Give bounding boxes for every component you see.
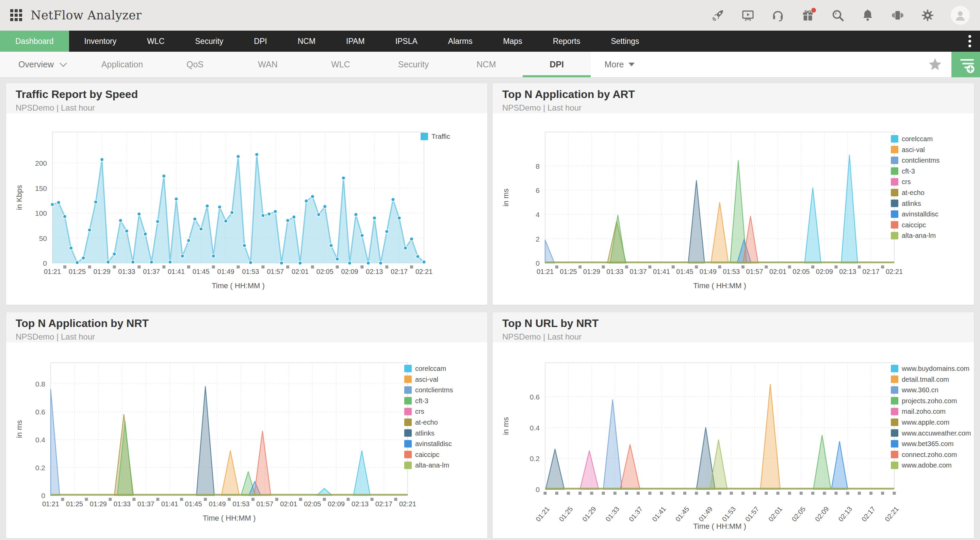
nav-item-alarms[interactable]: Alarms: [433, 30, 488, 52]
overview-dropdown[interactable]: Overview: [0, 52, 86, 77]
legend-item[interactable]: projects.zoho.com: [891, 397, 957, 405]
legend-item[interactable]: cft-3: [891, 167, 915, 175]
legend-item[interactable]: www.adobe.com: [891, 461, 952, 469]
traffic-report-chart[interactable]: 01:2101:2501:2901:3301:3701:4101:4501:49…: [6, 113, 487, 305]
legend-item[interactable]: atlinks: [891, 200, 921, 207]
x-axis-title: Time ( HH:MM ): [203, 514, 256, 522]
data-point: [75, 261, 79, 264]
nav-item-reports[interactable]: Reports: [538, 30, 596, 52]
x-tick-label: 01:41: [653, 268, 670, 275]
legend-item[interactable]: www.360.cn: [891, 386, 939, 394]
favorite-star-icon[interactable]: [919, 52, 951, 77]
legend-item[interactable]: corelccam: [891, 135, 933, 143]
x-tick-mark: [156, 498, 159, 501]
x-tick-mark: [261, 265, 264, 268]
nav-item-wlc[interactable]: WLC: [132, 30, 180, 52]
x-tick-label: 01:49: [218, 268, 234, 275]
legend-item[interactable]: atlinks: [404, 429, 434, 437]
legend-label: www.adobe.com: [901, 461, 952, 469]
x-tick-label: 01:57: [267, 268, 284, 275]
legend-item[interactable]: asci-val: [404, 376, 438, 383]
legend-item[interactable]: detail.tmall.com: [891, 376, 949, 383]
legend-item[interactable]: avinstalldisc: [891, 210, 939, 218]
vibrate-icon[interactable]: [891, 8, 904, 22]
x-tick-mark: [323, 498, 326, 501]
search-icon[interactable]: [831, 8, 845, 22]
legend-item[interactable]: www.bet365.com: [891, 440, 953, 448]
x-tick-label: 02:13: [837, 505, 853, 522]
subnav-tab-security[interactable]: Security: [377, 52, 450, 77]
subnav-tab-ncm[interactable]: NCM: [450, 52, 523, 77]
gear-icon[interactable]: [921, 8, 934, 22]
legend-item[interactable]: contclientms: [404, 386, 453, 394]
subnav-tab-qos[interactable]: QoS: [159, 52, 231, 77]
legend-item[interactable]: asci-val: [891, 146, 925, 153]
x-tick-mark: [187, 265, 190, 268]
legend-item[interactable]: connect.zoho.com: [891, 451, 957, 458]
x-tick-label: 01:49: [209, 500, 226, 508]
legend-item[interactable]: mail.zoho.com: [891, 408, 946, 415]
legend-item[interactable]: www.accuweather.com: [891, 429, 971, 437]
legend-item[interactable]: Traffic: [421, 133, 450, 140]
nav-item-settings[interactable]: Settings: [595, 30, 654, 52]
user-avatar[interactable]: [951, 6, 970, 25]
y-tick-label: 100: [35, 209, 47, 217]
nav-item-dpi[interactable]: DPI: [239, 30, 282, 52]
legend-item[interactable]: caiccipc: [891, 221, 926, 229]
legend-item[interactable]: avinstalldisc: [404, 440, 452, 448]
x-tick-label: 01:25: [69, 268, 86, 275]
nav-item-security[interactable]: Security: [180, 30, 239, 52]
rocket-icon[interactable]: [711, 8, 725, 22]
data-point: [398, 216, 401, 220]
y-axis-title: in ms: [15, 420, 24, 438]
nav-item-inventory[interactable]: Inventory: [69, 30, 132, 52]
x-tick-mark: [347, 498, 350, 501]
legend-item[interactable]: cft-3: [404, 397, 428, 405]
x-tick-label: 01:45: [674, 505, 690, 522]
subnav-tab-application[interactable]: Application: [86, 52, 159, 77]
top-n-url-by-nrt-chart[interactable]: 01:2101:2501:2901:3301:3701:4101:4501:49…: [493, 342, 974, 538]
x-tick-label: 01:37: [143, 268, 160, 275]
legend-item[interactable]: at-echo: [891, 189, 924, 196]
legend-item[interactable]: caiccipc: [404, 451, 439, 458]
data-point: [150, 260, 153, 264]
nav-item-ipam[interactable]: IPAM: [331, 30, 380, 52]
x-tick-mark: [204, 498, 207, 501]
legend-item[interactable]: crs: [404, 408, 424, 415]
add-widget-button[interactable]: [951, 52, 980, 77]
data-point: [379, 261, 382, 265]
subnav-tab-dpi[interactable]: DPI: [523, 52, 591, 77]
x-tick-label: 02:05: [317, 268, 334, 275]
subnav-tab-wlc[interactable]: WLC: [304, 52, 377, 77]
x-tick-label: 02:17: [375, 500, 392, 508]
gift-icon[interactable]: [801, 8, 815, 22]
nav-item-ipsla[interactable]: IPSLA: [380, 30, 433, 52]
legend-item[interactable]: alta-ana-lm: [891, 232, 936, 239]
legend-label: caiccipc: [415, 451, 439, 458]
subnav-tab-wan[interactable]: WAN: [231, 52, 304, 77]
nav-item-maps[interactable]: Maps: [488, 30, 537, 52]
nav-item-dashboard[interactable]: Dashboard: [0, 30, 69, 52]
nav-item-ncm[interactable]: NCM: [282, 30, 331, 52]
legend-label: corelccam: [902, 135, 933, 143]
legend-item[interactable]: www.apple.com: [891, 419, 950, 426]
nav-overflow-kebab-icon[interactable]: [959, 30, 980, 52]
data-point: [156, 220, 159, 223]
legend-item[interactable]: www.buydomains.com: [891, 365, 969, 372]
top-n-application-by-nrt-chart[interactable]: 01:2101:2501:2901:3301:3701:4101:4501:49…: [6, 342, 487, 538]
top-n-application-by-art-chart[interactable]: 01:2101:2501:2901:3301:3701:4101:4501:49…: [493, 113, 974, 305]
bell-icon[interactable]: [861, 8, 875, 22]
legend-label: avinstalldisc: [415, 440, 452, 448]
x-tick-mark: [672, 492, 675, 495]
legend-item[interactable]: crs: [891, 178, 911, 185]
more-dropdown[interactable]: More: [591, 52, 649, 77]
legend-item[interactable]: contclientms: [891, 156, 940, 164]
headset-icon[interactable]: [771, 8, 785, 22]
data-point: [125, 229, 129, 233]
demo-screen-icon[interactable]: [741, 8, 755, 22]
legend-item[interactable]: corelccam: [404, 365, 446, 372]
x-tick-mark: [695, 492, 698, 495]
apps-grid-icon[interactable]: [10, 9, 22, 21]
legend-item[interactable]: at-echo: [404, 419, 438, 426]
legend-item[interactable]: alta-ana-lm: [404, 461, 449, 469]
